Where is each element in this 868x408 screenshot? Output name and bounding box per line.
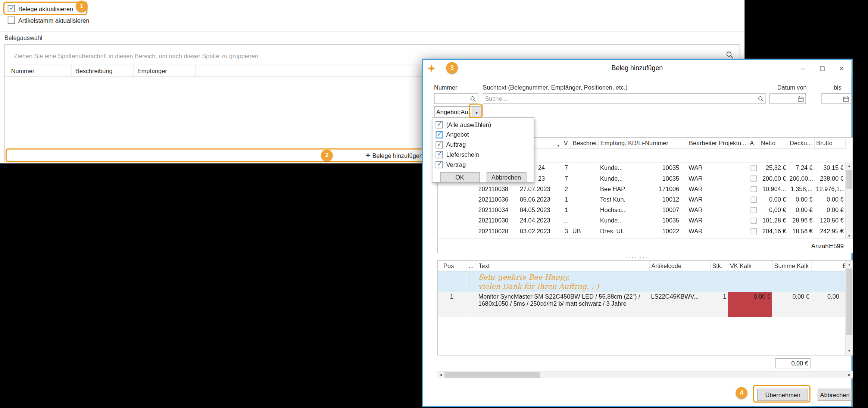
row-checkbox[interactable] <box>750 207 756 213</box>
scroll-right-icon[interactable] <box>846 371 853 378</box>
scrollbar-thumb[interactable] <box>846 268 852 335</box>
annotation-rect-3 <box>469 103 483 118</box>
column-header-stk[interactable]: Stk. <box>710 261 728 271</box>
close-button[interactable]: × <box>832 60 852 77</box>
scroll-up-icon[interactable] <box>846 162 853 169</box>
scroll-up-icon[interactable] <box>846 261 853 268</box>
cell-vk-kalk-warning: 0,00 € <box>728 292 772 317</box>
column-header-beschreibung[interactable]: Beschreibung <box>71 65 133 78</box>
column-header-bearbeiter[interactable]: Bearbeiter <box>687 138 717 148</box>
type-option-lieferschein[interactable]: Lieferschein <box>433 150 534 160</box>
cell: 7,24 € <box>788 162 814 173</box>
search-input[interactable] <box>483 95 756 102</box>
minimize-button[interactable]: – <box>793 60 813 77</box>
row-checkbox[interactable] <box>750 228 756 234</box>
search-icon[interactable] <box>756 96 765 102</box>
cell: Kunde... <box>599 173 626 183</box>
column-header-projektnummer[interactable]: Projektn... <box>717 138 748 148</box>
table-row-position[interactable]: 1 Monitor SyncMaster SM S22C450BW LED / … <box>438 292 846 317</box>
cell: 171006 <box>626 183 687 194</box>
cell: 1 <box>562 204 571 215</box>
search-icon[interactable] <box>468 96 478 102</box>
cell: 27.07.2023 <box>518 183 562 194</box>
checkbox-checked-icon[interactable] <box>435 151 443 158</box>
cell <box>467 292 477 317</box>
cell: 12.976,1... <box>814 183 845 194</box>
column-header-artikelcode[interactable]: Artikelcode <box>649 261 710 271</box>
row-checkbox[interactable] <box>750 175 756 181</box>
cell: 0,00 € <box>759 194 788 204</box>
table-row[interactable]: 202110030 24.04.2023 ... Kunde... 10035 … <box>438 215 845 225</box>
type-option-angebot[interactable]: Angebot <box>433 130 534 140</box>
date-to-input[interactable] <box>822 95 842 102</box>
column-header-empfaenger[interactable]: Empfäng... <box>599 138 626 148</box>
column-header-nummer[interactable]: Nummer <box>7 65 71 78</box>
splitter-handle-icon[interactable] <box>423 254 851 260</box>
type-option-vertrag[interactable]: Vertrag <box>433 159 534 169</box>
column-header-text[interactable]: Text <box>477 261 649 271</box>
nummer-input[interactable] <box>434 95 468 102</box>
row-checkbox[interactable] <box>750 218 756 224</box>
group-by-hint: Ziehen Sie eine Spaltenüberschrift in di… <box>14 53 717 59</box>
nummer-field[interactable] <box>434 93 478 104</box>
datum-von-label: Datum von <box>777 84 807 91</box>
column-header-v[interactable]: V <box>562 138 571 148</box>
cell: 202110034 <box>477 204 518 215</box>
abbrechen-button[interactable]: Abbrechen <box>818 389 852 401</box>
checkbox-unchecked-icon <box>8 17 15 24</box>
calendar-icon[interactable] <box>842 96 851 102</box>
date-from-input[interactable] <box>770 95 796 102</box>
row-checkbox[interactable] <box>750 165 756 171</box>
scrollbar-thumb[interactable] <box>444 372 540 378</box>
checkbox-checked-icon[interactable] <box>435 131 443 138</box>
column-header-deckung[interactable]: Decku... <box>788 138 814 148</box>
column-header-summe-kalk[interactable]: Summe Kalk <box>772 261 811 271</box>
column-header-netto[interactable]: Netto <box>759 138 788 148</box>
table-row[interactable]: 202110034 04.05.2023 1 Hochsic... 10007 … <box>438 204 845 215</box>
checkbox-checked-icon[interactable] <box>435 141 443 148</box>
column-header-kd-li-nummer[interactable]: KD/Li-Nummer <box>626 138 687 148</box>
column-header-empfaenger[interactable]: Empfänger <box>134 65 196 78</box>
checkbox-checked-icon[interactable] <box>435 121 443 128</box>
scroll-left-icon[interactable] <box>437 371 444 378</box>
row-checkbox[interactable] <box>750 196 756 202</box>
grid-header-row: Pos ... Text Artikelcode Stk. VK Kalk Su… <box>438 261 846 271</box>
bis-label: bis <box>834 84 842 91</box>
search-field[interactable] <box>483 93 766 104</box>
annotation-badge-1: 1 <box>76 0 87 12</box>
table-row[interactable]: 202110038 27.07.2023 2 Bee HAP... 171006… <box>438 183 845 194</box>
horizontal-scrollbar[interactable] <box>437 371 853 378</box>
column-header-pos[interactable]: Pos <box>438 261 466 271</box>
row-checkbox[interactable] <box>750 186 756 192</box>
checkbox-checked-icon[interactable] <box>435 161 443 168</box>
note-line-2: vielen Dank für Ihren Auftrag. :-) <box>478 281 648 291</box>
column-header-brutto[interactable]: Brutto <box>814 138 845 148</box>
column-header-a[interactable]: A <box>748 138 759 148</box>
table-row-note[interactable]: Sehr geehrte Bee Happy, vielen Dank für … <box>438 271 846 292</box>
popup-abbrechen-button[interactable]: Abbrechen <box>486 172 526 183</box>
cell: Kunde... <box>599 162 626 173</box>
type-option-alle-auswaehlen[interactable]: (Alle auswählen) <box>433 119 534 130</box>
scrollbar-thumb[interactable] <box>846 170 852 189</box>
annotation-rect-1 <box>3 1 87 15</box>
vertical-scrollbar[interactable] <box>845 162 852 240</box>
update-articles-checkbox[interactable]: Artikelstamm aktualisieren <box>8 16 90 24</box>
cell <box>717 194 748 204</box>
calendar-icon[interactable] <box>796 96 805 102</box>
annotation-badge-4: 4 <box>736 387 747 399</box>
vertical-scrollbar[interactable] <box>845 261 852 355</box>
ok-button[interactable]: OK <box>440 172 480 183</box>
dialog-titlebar[interactable]: Beleg hinzufügen – □ × <box>423 60 851 77</box>
date-to-field[interactable] <box>821 93 851 104</box>
scroll-down-icon[interactable] <box>846 348 853 355</box>
column-header-beschreibung[interactable]: Beschrei... <box>571 138 598 148</box>
table-row[interactable]: 202110036 05.06.2023 1 Test Kun... 10012… <box>438 194 845 204</box>
column-header-dots[interactable]: ... <box>467 261 477 271</box>
table-row[interactable]: 202110028 03.02.2023 3 ÜB Dres. Ut... 10… <box>438 225 845 236</box>
type-option-auftrag[interactable]: Auftrag <box>433 140 534 150</box>
maximize-button[interactable]: □ <box>813 60 832 77</box>
column-header-vk-kalk[interactable]: VK Kalk <box>728 261 772 271</box>
date-from-field[interactable] <box>769 93 806 104</box>
filter-icon[interactable] <box>557 141 560 148</box>
row-count: Anzahl=599 <box>811 243 844 249</box>
